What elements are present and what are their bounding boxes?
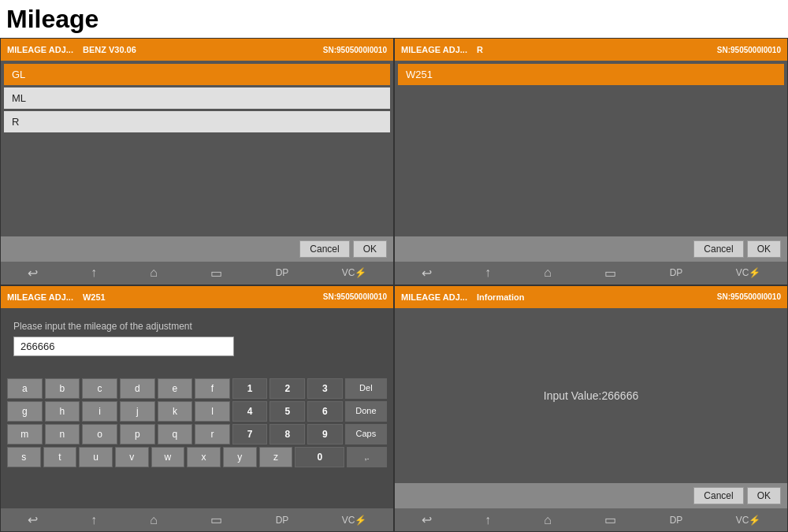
nav-up-icon[interactable]: ↑: [86, 264, 102, 281]
panel4-content: Input Value:266666: [395, 308, 787, 484]
key-q[interactable]: q: [158, 424, 193, 445]
panel1-content: GL ML R: [1, 61, 393, 236]
key-4[interactable]: 4: [232, 401, 268, 422]
panel3-sn: SN:9505000l0010: [323, 292, 387, 301]
panel-keyboard: MILEAGE ADJ... W251 SN:9505000l0010 Plea…: [0, 285, 394, 533]
key-e[interactable]: e: [158, 378, 193, 399]
list-item[interactable]: W251: [398, 64, 784, 85]
panel2-title: MILEAGE ADJ...: [401, 45, 467, 54]
nav-up-icon[interactable]: ↑: [86, 512, 102, 529]
key-n[interactable]: n: [45, 424, 80, 445]
key-1[interactable]: 1: [232, 378, 268, 399]
nav-window-icon[interactable]: ▭: [206, 264, 227, 282]
key-s[interactable]: s: [7, 447, 41, 467]
key-o[interactable]: o: [82, 424, 117, 445]
cancel-button[interactable]: Cancel: [693, 487, 743, 504]
panel4-subtitle: Information: [477, 292, 525, 302]
cancel-button[interactable]: Cancel: [693, 240, 743, 258]
key-3[interactable]: 3: [307, 378, 343, 399]
key-w[interactable]: w: [151, 447, 185, 467]
keyboard-area: a b c d e f 1 2 3 Del g h i j k: [1, 375, 393, 473]
panel1-title: MILEAGE ADJ...: [7, 45, 73, 54]
key-k[interactable]: k: [158, 401, 193, 422]
nav-back-icon[interactable]: ↩: [417, 264, 437, 282]
nav-back-icon[interactable]: ↩: [23, 264, 43, 282]
kb-row-2: g h i j k l 4 5 6 Done: [7, 401, 387, 422]
panel3-navbar: ↩ ↑ ⌂ ▭ DP VC⚡: [1, 508, 393, 531]
key-t[interactable]: t: [43, 447, 77, 467]
panel4-header: MILEAGE ADJ... Information SN:9505000l00…: [395, 286, 787, 308]
key-5[interactable]: 5: [269, 401, 305, 422]
key-0[interactable]: 0: [295, 447, 344, 467]
nav-window-icon[interactable]: ▭: [206, 511, 227, 529]
kb-row-3: m n o p q r 7 8 9 Caps: [7, 424, 387, 445]
list-item[interactable]: ML: [4, 87, 390, 109]
panel2-footer: Cancel OK: [395, 236, 787, 262]
key-z[interactable]: z: [259, 447, 293, 467]
key-comma-dot[interactable]: ,.: [347, 447, 387, 467]
nav-up-icon[interactable]: ↑: [480, 264, 496, 281]
key-caps[interactable]: Caps: [345, 424, 387, 445]
nav-back-icon[interactable]: ↩: [417, 511, 437, 529]
nav-window-icon[interactable]: ▭: [600, 264, 621, 282]
ok-button[interactable]: OK: [747, 240, 781, 258]
panel4-title: MILEAGE ADJ...: [401, 292, 467, 302]
cancel-button[interactable]: Cancel: [299, 240, 349, 258]
key-b[interactable]: b: [45, 378, 80, 399]
nav-home-icon[interactable]: ⌂: [539, 512, 556, 529]
nav-window-icon[interactable]: ▭: [600, 511, 621, 529]
key-9[interactable]: 9: [307, 424, 343, 445]
key-g[interactable]: g: [7, 401, 43, 422]
key-l[interactable]: l: [195, 401, 230, 422]
panel2-sn: SN:9505000l0010: [717, 46, 781, 54]
nav-vc-label: VC⚡: [337, 513, 372, 527]
kb-row-4: s t u v w x y z 0 ,.: [7, 447, 387, 467]
panel4-navbar: ↩ ↑ ⌂ ▭ DP VC⚡: [395, 508, 787, 531]
nav-vc-label: VC⚡: [731, 513, 766, 527]
key-7[interactable]: 7: [232, 424, 268, 445]
key-2[interactable]: 2: [269, 378, 305, 399]
panel2-subtitle: R: [477, 45, 483, 54]
info-text: Input Value:266666: [544, 389, 638, 402]
key-a[interactable]: a: [7, 378, 43, 399]
panel3-title: MILEAGE ADJ...: [7, 292, 73, 302]
nav-dp-label: DP: [271, 513, 294, 527]
key-v[interactable]: v: [115, 447, 149, 467]
ok-button[interactable]: OK: [747, 487, 781, 504]
nav-home-icon[interactable]: ⌂: [539, 264, 556, 281]
key-r[interactable]: r: [195, 424, 230, 445]
key-8[interactable]: 8: [269, 424, 305, 445]
nav-up-icon[interactable]: ↑: [480, 512, 496, 529]
nav-dp-label: DP: [271, 266, 294, 280]
list-item[interactable]: GL: [4, 64, 390, 85]
key-y[interactable]: y: [223, 447, 257, 467]
panel-r-list: MILEAGE ADJ... R SN:9505000l0010 W251 Ca…: [394, 38, 788, 285]
nav-vc-label: VC⚡: [731, 266, 766, 280]
key-p[interactable]: p: [120, 424, 155, 445]
key-d[interactable]: d: [120, 378, 155, 399]
panel1-header: MILEAGE ADJ... BENZ V30.06 SN:9505000l00…: [1, 39, 393, 61]
page-title: Mileage: [0, 0, 788, 38]
nav-back-icon[interactable]: ↩: [23, 511, 43, 529]
mileage-label: Please input the mileage of the adjustme…: [13, 321, 381, 332]
nav-vc-label: VC⚡: [337, 266, 372, 280]
key-6[interactable]: 6: [307, 401, 343, 422]
ok-button[interactable]: OK: [353, 240, 387, 258]
panel1-subtitle: BENZ V30.06: [83, 45, 136, 54]
nav-home-icon[interactable]: ⌂: [145, 264, 162, 281]
key-done[interactable]: Done: [345, 401, 387, 422]
key-j[interactable]: j: [120, 401, 155, 422]
nav-home-icon[interactable]: ⌂: [145, 512, 162, 529]
key-del[interactable]: Del: [345, 378, 387, 399]
key-i[interactable]: i: [82, 401, 117, 422]
key-m[interactable]: m: [7, 424, 43, 445]
key-u[interactable]: u: [79, 447, 113, 467]
mileage-field[interactable]: 266666: [13, 337, 234, 356]
panel3-subtitle: W251: [83, 292, 106, 302]
key-c[interactable]: c: [82, 378, 117, 399]
key-h[interactable]: h: [45, 401, 80, 422]
list-item[interactable]: R: [4, 111, 390, 132]
key-x[interactable]: x: [187, 447, 221, 467]
key-f[interactable]: f: [195, 378, 230, 399]
kb-row-1: a b c d e f 1 2 3 Del: [7, 378, 387, 399]
